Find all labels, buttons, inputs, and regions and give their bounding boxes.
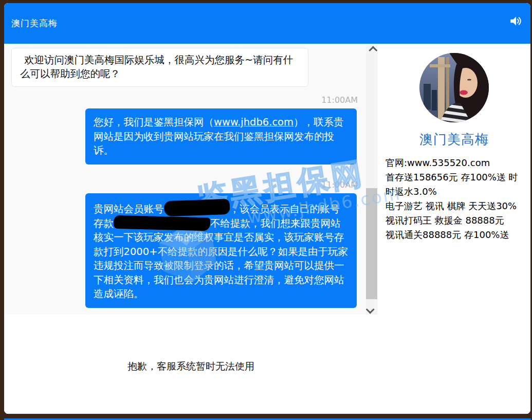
agent-name: 澳门美高梅	[378, 131, 530, 149]
message-text: 不给提款，我们想来跟贵网站核实一下该玩家发布的维权事宜是否属实，该玩家账号存款打…	[94, 217, 348, 300]
promo-line: 官网:www.535520.com	[386, 156, 524, 170]
redaction-mark	[163, 199, 230, 216]
chat-area: 欢迎访问澳门美高梅国际娱乐城，很高兴为您服务~请问有什么可以帮助到您的呢？ 11…	[4, 44, 378, 315]
window-title: 澳门美高梅	[11, 17, 58, 29]
message-text: 贵网站会员账号	[94, 203, 164, 215]
promo-line: 视讯打码王 救援金 88888元	[386, 213, 524, 228]
scrollbar-down-button[interactable]	[366, 304, 377, 315]
redaction-mark	[114, 215, 211, 231]
timestamp: 11:00AM	[321, 180, 358, 190]
system-unavailable-message: 抱歉，客服系统暂时无法使用	[4, 360, 378, 373]
chat-scrollbar[interactable]	[366, 45, 377, 315]
footer-area: 抱歉，客服系统暂时无法使用	[4, 315, 530, 414]
scrollbar-up-button[interactable]	[366, 45, 377, 56]
timestamp: 11:00AM	[321, 95, 358, 105]
chat-window: 澳门美高梅 欢迎访问澳门美高梅国际娱乐城，很高兴为您服务~请问有什么可以帮助到您…	[4, 3, 530, 414]
promo-line: 首存送158656元 存100%送 时时返水3.0%	[386, 170, 524, 199]
message-text: 您好，我们是鉴黑担保网（	[94, 116, 214, 128]
window-body: 欢迎访问澳门美高梅国际娱乐城，很高兴为您服务~请问有什么可以帮助到您的呢？ 11…	[4, 44, 530, 315]
jhdb6-link[interactable]: www.jhdb6.com	[214, 116, 293, 128]
promo-line: 视讯通关88888元 存100%送	[386, 228, 524, 242]
header-bar: 澳门美高梅	[4, 3, 530, 44]
agent-avatar	[419, 53, 489, 122]
chevron-up-icon	[369, 46, 377, 55]
promo-text: 官网:www.535520.com 首存送158656元 存100%送 时时返水…	[386, 156, 524, 242]
promo-line: 电子游艺 视讯 棋牌 天天送30%	[386, 199, 524, 213]
received-message: 欢迎访问澳门美高梅国际娱乐城，很高兴为您服务~请问有什么可以帮助到您的呢？	[11, 48, 308, 87]
volume-button[interactable]	[508, 13, 523, 29]
page-background: 澳门美高梅 欢迎访问澳门美高梅国际娱乐城，很高兴为您服务~请问有什么可以帮助到您…	[0, 0, 532, 420]
sent-message-1: 您好，我们是鉴黑担保网（www.jhdb6.com），联系贵网站是因为收到贵网站…	[85, 108, 357, 165]
speaker-wave-icon	[509, 14, 522, 28]
scrollbar-thumb[interactable]	[366, 188, 377, 299]
chevron-down-icon	[366, 305, 375, 314]
avatar-photo	[419, 53, 489, 122]
received-message-text: 欢迎访问澳门美高梅国际娱乐城，很高兴为您服务~请问有什么可以帮助到您的呢？	[20, 54, 293, 80]
agent-panel: 澳门美高梅 官网:www.535520.com 首存送158656元 存100%…	[378, 44, 530, 315]
sent-message-2: 贵网站会员账号，该会员表示自己的账号存款不给提款，我们想来跟贵网站核实一下该玩家…	[85, 193, 357, 308]
